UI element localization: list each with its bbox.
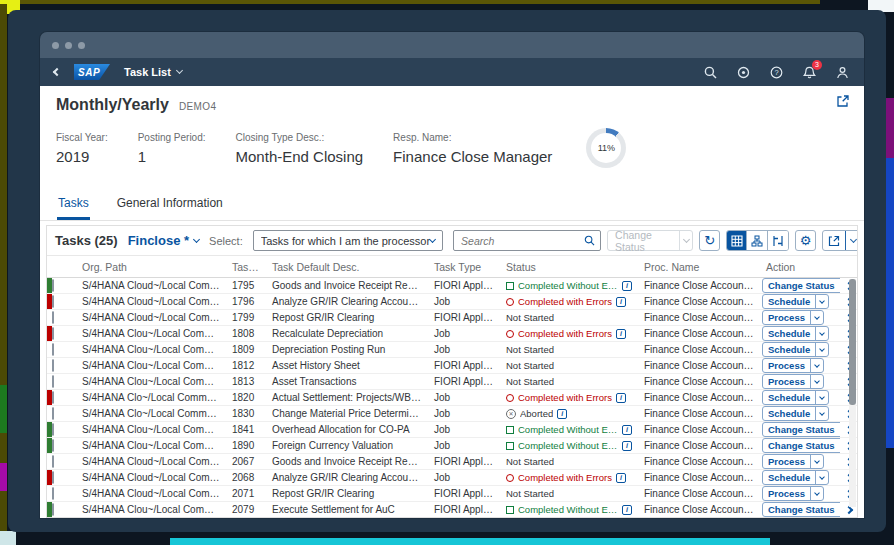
sap-logo[interactable]: SAP xyxy=(74,64,110,80)
change-status-dropdown-icon[interactable] xyxy=(679,231,692,250)
row-checkbox[interactable] xyxy=(52,279,54,292)
row-action-button[interactable]: Process xyxy=(762,486,824,501)
row-checkbox[interactable] xyxy=(52,391,54,404)
table-row[interactable]: S/4HANA Cloud~/Local Communicatio~/C... … xyxy=(47,294,857,310)
table-row[interactable]: S/4HANA Clou~/Local Communica~/Comp... 1… xyxy=(47,374,857,390)
row-action-button[interactable]: Change Status xyxy=(762,438,840,453)
column-task-id[interactable]: Task ID xyxy=(226,261,266,273)
row-checkbox[interactable] xyxy=(52,439,54,452)
row-checkbox[interactable] xyxy=(52,311,54,324)
window-control-dot[interactable] xyxy=(52,42,59,49)
chart-view-button[interactable] xyxy=(747,231,767,250)
export-button[interactable] xyxy=(822,230,858,251)
status-info-icon[interactable] xyxy=(616,473,626,483)
row-action-dropdown-icon[interactable] xyxy=(815,391,828,404)
table-row[interactable]: S/4HANA Clo~/Local Communic~/Compan... 1… xyxy=(47,406,857,422)
row-checkbox[interactable] xyxy=(52,375,54,388)
row-action-dropdown-icon[interactable] xyxy=(810,311,823,324)
row-checkbox[interactable] xyxy=(52,359,54,372)
shell-help-button[interactable]: ? xyxy=(768,64,784,80)
row-action-button[interactable]: Schedule xyxy=(762,470,829,485)
row-action-dropdown-icon[interactable] xyxy=(815,471,828,484)
table-row[interactable]: S/4HANA Clou~/Local Communica~/Comp... 1… xyxy=(47,422,857,438)
row-checkbox[interactable] xyxy=(52,327,54,340)
row-action-dropdown-icon[interactable] xyxy=(810,487,823,500)
shell-notifications-button[interactable]: 3 xyxy=(801,64,817,80)
row-checkbox[interactable] xyxy=(52,487,54,500)
row-action-button[interactable]: Schedule xyxy=(762,326,829,341)
shell-copilot-button[interactable] xyxy=(735,64,751,80)
back-button[interactable] xyxy=(54,69,60,75)
column-task-default-desc[interactable]: Task Default Desc. xyxy=(266,261,428,273)
processor-filter-select[interactable]: Tasks for which I am the processor xyxy=(253,230,443,251)
search-icon[interactable] xyxy=(584,235,595,246)
row-action-button[interactable]: Schedule xyxy=(762,406,829,421)
column-status[interactable]: Status xyxy=(500,261,638,273)
row-action-dropdown-icon[interactable] xyxy=(815,407,828,420)
row-action-dropdown-icon[interactable] xyxy=(815,295,828,308)
tab-general-information[interactable]: General Information xyxy=(116,190,224,220)
row-action-dropdown-icon[interactable] xyxy=(810,359,823,372)
change-status-toolbar-button[interactable]: Change Status xyxy=(607,230,693,251)
status-info-icon[interactable] xyxy=(622,425,632,435)
table-row[interactable]: S/4HANA Cloud~/Local Communicatio~/C... … xyxy=(47,310,857,326)
export-dropdown-icon[interactable] xyxy=(845,231,858,250)
row-action-button[interactable]: Change Status xyxy=(762,422,840,437)
column-action[interactable]: Action xyxy=(760,261,840,273)
row-action-dropdown-icon[interactable] xyxy=(810,375,823,388)
shell-search-button[interactable] xyxy=(702,64,718,80)
status-info-icon[interactable] xyxy=(557,409,567,419)
row-checkbox[interactable] xyxy=(52,343,54,356)
row-navigation-chevron[interactable] xyxy=(840,507,857,513)
row-action-button[interactable]: Process xyxy=(762,374,824,389)
row-checkbox[interactable] xyxy=(52,503,54,516)
row-checkbox[interactable] xyxy=(52,471,54,484)
status-info-icon[interactable] xyxy=(622,281,632,291)
row-checkbox[interactable] xyxy=(52,295,54,308)
table-row[interactable]: S/4HANA Cloud~/Local Communicatio~/C... … xyxy=(47,470,857,486)
status-info-icon[interactable] xyxy=(616,393,626,403)
refresh-button[interactable]: ↻ xyxy=(699,230,720,251)
row-action-button[interactable]: Schedule xyxy=(762,294,829,309)
row-action-dropdown-icon[interactable] xyxy=(810,455,823,468)
row-action-button[interactable]: Change Status xyxy=(762,278,840,293)
table-row[interactable]: S/4HANA Clou~/Local Communica~/Comp... 1… xyxy=(47,326,857,342)
table-scrollbar-thumb[interactable] xyxy=(849,279,856,405)
window-control-dot[interactable] xyxy=(65,42,72,49)
column-proc-name[interactable]: Proc. Name xyxy=(638,261,760,273)
row-action-button[interactable]: Process xyxy=(762,358,824,373)
table-view-button[interactable] xyxy=(727,231,747,250)
table-row[interactable]: S/4HANA Clou~/Local Communica~/Comp... 1… xyxy=(47,342,857,358)
table-row[interactable]: S/4HANA Clou~/Local Communica~/Comp... 1… xyxy=(47,358,857,374)
row-checkbox[interactable] xyxy=(52,407,54,420)
row-checkbox[interactable] xyxy=(52,455,54,468)
settings-button[interactable]: ⚙ xyxy=(795,230,816,251)
shell-app-title[interactable]: Task List xyxy=(124,66,182,78)
row-action-button[interactable]: Schedule xyxy=(762,390,829,405)
variant-selector[interactable]: Finclose * xyxy=(128,233,199,248)
status-info-icon[interactable] xyxy=(616,329,626,339)
table-row[interactable]: S/4HANA Cloud~/Local Communicatio~/C... … xyxy=(47,486,857,502)
status-info-icon[interactable] xyxy=(622,441,632,451)
gantt-view-button[interactable] xyxy=(768,231,788,250)
table-row[interactable]: S/4HANA Cloud~/Local Communicatio~/C... … xyxy=(47,454,857,470)
status-info-icon[interactable] xyxy=(616,297,626,307)
table-row[interactable]: S/4HANA Clo~/Local Communic~/Compan... 1… xyxy=(47,390,857,406)
window-control-dot[interactable] xyxy=(78,42,85,49)
tab-tasks[interactable]: Tasks xyxy=(57,190,90,220)
row-checkbox[interactable] xyxy=(52,423,54,436)
column-task-type[interactable]: Task Type xyxy=(428,261,500,273)
table-row[interactable]: S/4HANA Cloud~/Local Communicatio~/C... … xyxy=(47,278,857,294)
column-org-path[interactable]: Org. Path xyxy=(76,261,226,273)
search-input[interactable] xyxy=(459,234,584,248)
row-action-button[interactable]: Process xyxy=(762,310,824,325)
row-action-button[interactable]: Change Status xyxy=(762,502,840,517)
row-action-dropdown-icon[interactable] xyxy=(815,327,828,340)
status-info-icon[interactable] xyxy=(622,505,632,515)
row-action-button[interactable]: Schedule xyxy=(762,342,829,357)
row-action-dropdown-icon[interactable] xyxy=(815,343,828,356)
open-in-new-button[interactable] xyxy=(836,94,850,112)
table-row[interactable]: S/4HANA Clou~/Local Communica~/Comp... 1… xyxy=(47,438,857,454)
row-action-button[interactable]: Process xyxy=(762,454,824,469)
shell-user-button[interactable] xyxy=(834,64,850,80)
